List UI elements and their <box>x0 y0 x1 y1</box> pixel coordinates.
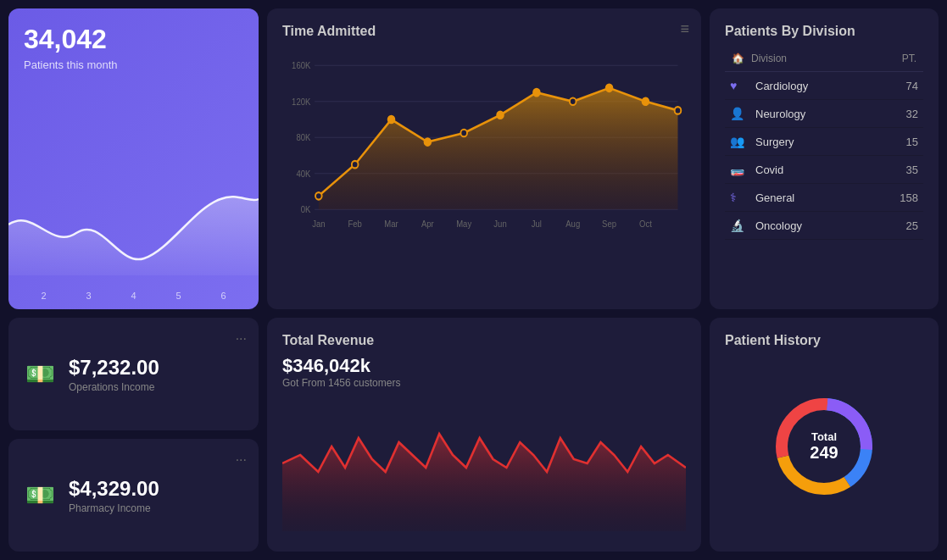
donut-wrapper: Total 249 <box>769 391 879 502</box>
patients-x-labels: 2 3 4 5 6 <box>8 291 259 301</box>
patients-wave-chart <box>8 157 259 275</box>
patients-this-month-card: 34,042 Patients this month 2 3 4 5 6 <box>8 8 259 309</box>
time-admitted-title: Time Admitted <box>282 24 686 39</box>
svg-text:80K: 80K <box>296 133 310 143</box>
svg-point-19 <box>643 98 649 106</box>
patient-history-title: Patient History <box>725 333 821 348</box>
svg-text:Mar: Mar <box>384 219 398 230</box>
time-admitted-card: Time Admitted ≡ 160K 120K 80K <box>267 8 701 309</box>
general-icon: ⚕ <box>730 191 755 204</box>
operations-dots-menu[interactable]: ... <box>236 328 247 343</box>
total-revenue-sub: Got From 1456 customers <box>282 377 686 389</box>
svg-text:160K: 160K <box>292 61 310 71</box>
revenue-chart <box>282 396 686 531</box>
svg-text:May: May <box>456 219 472 230</box>
patients-big-number: 34,042 <box>24 24 243 55</box>
svg-text:Jun: Jun <box>493 219 506 230</box>
svg-text:120K: 120K <box>292 97 310 108</box>
patient-history-donut-container: Total 249 <box>725 357 923 536</box>
svg-text:0K: 0K <box>301 205 311 215</box>
pharmacy-income-icon: 💵 <box>25 481 55 509</box>
division-col-pt: PT. <box>902 53 916 64</box>
surgery-icon: 👥 <box>730 135 755 148</box>
division-table-header: 🏠 Division PT. <box>725 49 923 72</box>
patients-subtitle: Patients this month <box>24 58 243 71</box>
operations-income-amount: $7,232.00 <box>69 356 242 380</box>
cardiology-icon: ♥ <box>730 79 755 92</box>
patient-history-card: Patient History Total 249 <box>710 318 939 552</box>
covid-icon: 🧫 <box>730 163 755 176</box>
division-row-neurology: 👤 Neurology 32 <box>725 100 923 128</box>
svg-text:Aug: Aug <box>565 219 580 230</box>
svg-point-18 <box>606 85 613 92</box>
svg-text:40K: 40K <box>296 169 310 180</box>
pharmacy-dots-menu[interactable]: ... <box>236 449 247 464</box>
division-row-surgery: 👥 Surgery 15 <box>725 128 923 156</box>
patients-by-division-card: Patients By Division 🏠 Division PT. ♥ Ca… <box>710 8 939 309</box>
donut-total-value: 249 <box>810 443 838 463</box>
pharmacy-income-amount: $4,329.00 <box>69 477 242 501</box>
pharmacy-income-label: Pharmacy Income <box>69 502 242 514</box>
svg-text:Apr: Apr <box>421 219 434 230</box>
svg-text:Oct: Oct <box>639 219 652 230</box>
total-revenue-card: Total Revenue $346,042k Got From 1456 cu… <box>267 318 701 552</box>
svg-point-14 <box>460 130 467 137</box>
patients-by-division-title: Patients By Division <box>725 24 923 39</box>
division-col-name: Division <box>744 53 902 64</box>
division-col-icon: 🏠 <box>732 53 744 64</box>
svg-point-15 <box>497 111 504 119</box>
income-cards-container: ... 💵 $7,232.00 Operations Income ... 💵 … <box>8 318 259 552</box>
donut-label: Total 249 <box>810 430 838 463</box>
neurology-icon: 👤 <box>730 107 755 120</box>
division-row-general: ⚕ General 158 <box>725 184 923 212</box>
division-row-cardiology: ♥ Cardiology 74 <box>725 72 923 100</box>
svg-point-20 <box>675 107 682 114</box>
total-revenue-amount: $346,042k <box>282 355 686 377</box>
division-row-oncology: 🔬 Oncology 25 <box>725 212 923 240</box>
svg-point-17 <box>570 98 577 106</box>
svg-point-13 <box>425 138 432 146</box>
pharmacy-income-card: ... 💵 $4,329.00 Pharmacy Income <box>8 439 259 552</box>
svg-point-12 <box>388 116 395 124</box>
operations-income-label: Operations Income <box>69 381 242 393</box>
svg-text:Jan: Jan <box>312 219 325 230</box>
svg-text:Feb: Feb <box>348 219 362 230</box>
total-revenue-title: Total Revenue <box>282 333 686 348</box>
oncology-icon: 🔬 <box>730 219 755 232</box>
svg-text:Sep: Sep <box>602 219 616 230</box>
svg-point-11 <box>352 161 359 169</box>
svg-text:Jul: Jul <box>532 219 542 230</box>
time-admitted-menu[interactable]: ≡ <box>680 20 689 38</box>
svg-point-10 <box>315 192 322 200</box>
operations-income-card: ... 💵 $7,232.00 Operations Income <box>8 318 259 430</box>
division-row-covid: 🧫 Covid 35 <box>725 156 923 184</box>
donut-total-text: Total <box>810 430 838 443</box>
svg-point-16 <box>533 89 540 97</box>
time-admitted-chart: 160K 120K 80K 40K 0K <box>282 47 686 263</box>
operations-income-icon: 💵 <box>25 360 55 388</box>
